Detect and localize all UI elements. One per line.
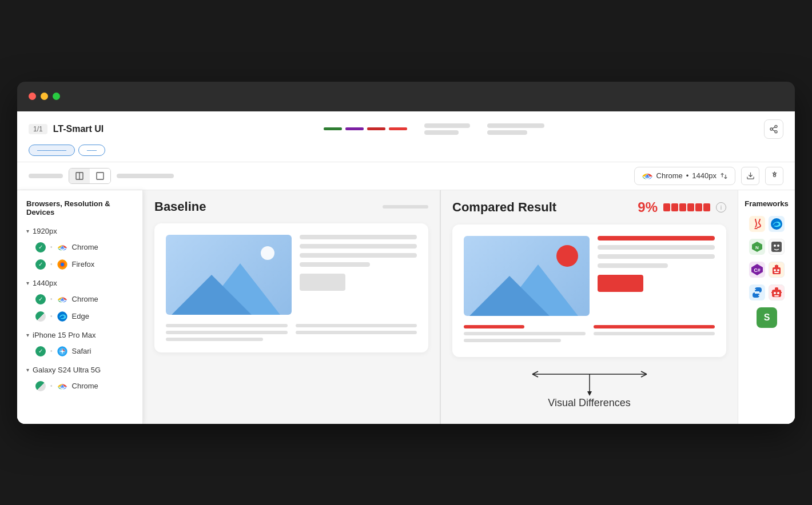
frameworks-title: Frameworks xyxy=(744,199,789,208)
content-line-1 xyxy=(300,235,417,239)
svg-line-3 xyxy=(773,130,775,131)
puppeteer-icon xyxy=(769,239,785,255)
svg-point-11 xyxy=(646,174,648,177)
resolution-1920: 1920px xyxy=(33,227,57,235)
tab-2[interactable]: ── xyxy=(78,145,105,156)
check-chrome-galaxy xyxy=(35,381,46,391)
bot-icon xyxy=(769,284,785,300)
sidebar-item-chrome-1920[interactable]: ✓ • Chrome xyxy=(17,239,142,256)
close-button[interactable] xyxy=(29,93,36,100)
result-bottom-line-red-2 xyxy=(594,325,715,328)
legend-line-2 xyxy=(424,130,459,135)
svg-rect-52 xyxy=(774,272,779,273)
single-view-toggle[interactable] xyxy=(90,169,110,183)
minimize-button[interactable] xyxy=(41,93,48,100)
sidebar-item-chrome-galaxy[interactable]: • Chrome xyxy=(17,378,142,395)
result-header: Compared Result 9% i xyxy=(452,199,726,215)
sidebar-item-firefox-1920[interactable]: ✓ • Firefox xyxy=(17,256,142,273)
titlebar xyxy=(17,82,795,111)
settings-button[interactable] xyxy=(765,167,783,185)
header-center xyxy=(324,123,544,135)
visual-diff-label: Visual Differences xyxy=(548,397,630,409)
sidebar-item-chrome-1440[interactable]: ✓ • Chrome xyxy=(17,291,142,308)
python-icon xyxy=(749,284,765,300)
swap-icon xyxy=(720,172,728,180)
framework-row-1 xyxy=(744,216,789,232)
chrome-logo-1920 xyxy=(57,242,67,252)
safari-label-iphone: Safari xyxy=(72,347,91,355)
info-icon[interactable]: i xyxy=(716,202,726,213)
download-button[interactable] xyxy=(741,167,759,185)
sidebar-group-1920: ▾ 1920px ✓ • xyxy=(17,223,142,273)
baseline-slider[interactable] xyxy=(383,205,428,209)
diff-bar-6 xyxy=(703,203,710,211)
result-bottom-left xyxy=(464,325,586,346)
svg-point-20 xyxy=(61,263,64,266)
sidebar-group-1440: ▾ 1440px ✓ • xyxy=(17,275,142,325)
sidebar-item-safari-iphone[interactable]: ✓ • Safari xyxy=(17,343,142,360)
tab-1[interactable]: ────── xyxy=(29,145,75,156)
maximize-button[interactable] xyxy=(53,93,60,100)
diff-bar-4 xyxy=(687,203,694,211)
result-bottom-right xyxy=(594,325,715,346)
bottom-line-1 xyxy=(166,324,288,327)
chevron-1440: ▾ xyxy=(26,280,29,286)
svg-point-59 xyxy=(777,292,779,294)
group-header-iphone[interactable]: ▾ iPhone 15 Pro Max xyxy=(17,327,142,343)
diff-bar-2 xyxy=(671,203,678,211)
svg-point-13 xyxy=(773,175,775,177)
svg-marker-38 xyxy=(587,391,592,396)
result-content-lines xyxy=(598,236,715,316)
group-header-1920[interactable]: ▾ 1920px xyxy=(17,223,142,239)
selenium-icon: S xyxy=(757,307,777,328)
group-header-1440[interactable]: ▾ 1440px xyxy=(17,275,142,291)
result-bottom-line-gray-3 xyxy=(594,332,715,335)
check-chrome-1440: ✓ xyxy=(35,294,46,304)
share-button[interactable] xyxy=(764,119,783,139)
legend-text-group xyxy=(424,123,470,135)
svg-rect-49 xyxy=(775,265,778,268)
svg-rect-48 xyxy=(773,267,781,274)
sidebar-title: Browsers, Resolution & Devices xyxy=(17,199,142,223)
legend-bar-green xyxy=(324,127,342,130)
sidebar: Browsers, Resolution & Devices ▾ 1920px … xyxy=(17,190,143,424)
result-bottom xyxy=(464,325,715,346)
result-bottom-line-gray-1 xyxy=(464,332,586,335)
bottom-line-2 xyxy=(166,331,288,334)
baseline-panel: Baseline xyxy=(143,190,440,424)
resolution-galaxy: Galaxy S24 Ultra 5G xyxy=(33,366,101,374)
result-bottom-line-gray-2 xyxy=(464,339,561,342)
sidebar-group-iphone: ▾ iPhone 15 Pro Max ✓ • Safari xyxy=(17,327,142,360)
page-badge: 1/1 xyxy=(29,124,47,134)
visual-diff-arrows xyxy=(521,368,658,397)
svg-rect-43 xyxy=(771,242,782,252)
edge-label-1440: Edge xyxy=(72,312,89,320)
group-header-galaxy[interactable]: ▾ Galaxy S24 Ultra 5G xyxy=(17,362,142,378)
result-panel: Compared Result 9% i xyxy=(441,190,738,424)
svg-text:C#: C# xyxy=(754,267,761,273)
sidebar-item-edge-1440[interactable]: • Edge xyxy=(17,308,142,325)
legend-line-3 xyxy=(487,123,544,128)
diff-bars xyxy=(663,203,710,211)
separator-dot: • xyxy=(686,171,689,180)
split-view-toggle[interactable] xyxy=(69,169,90,183)
app-header: 1/1 LT-Smart UI xyxy=(17,111,795,162)
header-left: 1/1 LT-Smart UI xyxy=(29,124,104,134)
window-content: 1/1 LT-Smart UI xyxy=(17,111,795,424)
resolution-iphone: iPhone 15 Pro Max xyxy=(33,331,96,339)
svg-rect-60 xyxy=(774,295,779,296)
baseline-bottom-lines-2 xyxy=(296,324,417,341)
result-bottom-line-red-1 xyxy=(464,325,524,328)
view-toggles xyxy=(69,168,111,184)
svg-point-58 xyxy=(774,292,776,294)
svg-point-2 xyxy=(775,130,777,133)
result-meta: 9% i xyxy=(638,199,726,215)
toolbar: Chrome • 1440px xyxy=(17,162,795,190)
chrome-logo-1440 xyxy=(57,294,67,304)
toolbar-mid-label xyxy=(117,174,174,178)
baseline-screenshot xyxy=(166,235,417,341)
svg-point-24 xyxy=(61,298,63,300)
svg-point-54 xyxy=(755,289,756,290)
app-title: LT-Smart UI xyxy=(53,124,104,134)
svg-point-50 xyxy=(774,269,776,271)
